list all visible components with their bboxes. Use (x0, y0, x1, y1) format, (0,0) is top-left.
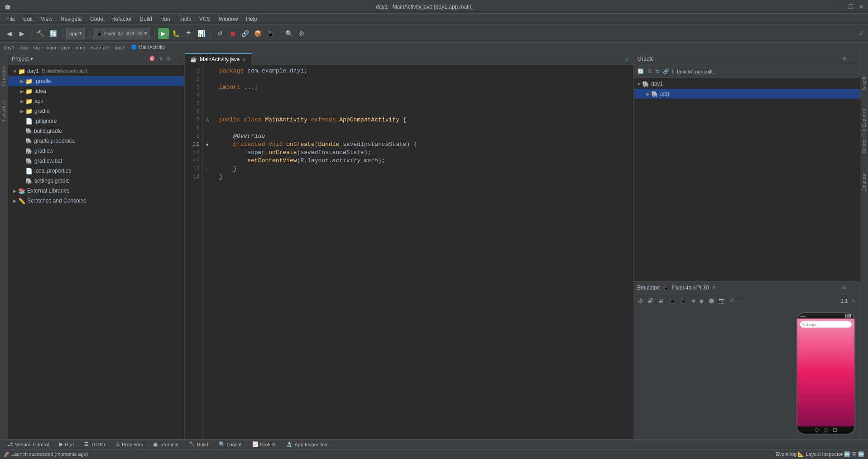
tree-buildgradle[interactable]: 🐘 build.gradle (8, 126, 184, 136)
menu-tools[interactable]: Tools (175, 15, 195, 23)
phone-frame[interactable]: ●●● ▐▐ ▊ 🔍 Google (796, 312, 855, 435)
stop-circle-icon[interactable]: ⏹ (698, 297, 705, 304)
build-btn[interactable]: 🔨 (35, 28, 46, 39)
tab-app-inspection[interactable]: 🔬 App Inspection (282, 440, 332, 449)
gradle-settings-icon[interactable]: ⚙ (841, 55, 848, 63)
emulator-close-tab[interactable]: ✕ (712, 285, 716, 290)
expand-arrow[interactable]: ▶ (12, 198, 18, 203)
tab-todo[interactable]: ☰ TODO (80, 440, 110, 449)
rotate-icon[interactable]: 📱 (668, 297, 676, 304)
gradle-refresh-icon[interactable]: 🔄 (637, 68, 645, 75)
stop-btn[interactable]: ⏹ (227, 28, 238, 39)
search-btn[interactable]: 🔍 (284, 28, 295, 39)
tree-external-libs[interactable]: ▶ 📚 External Libraries (8, 186, 184, 196)
tree-app-dir[interactable]: ▶ 📁 app (8, 96, 184, 106)
gradle-collapse-icon[interactable]: ⇆ (654, 68, 660, 75)
profile-btn[interactable]: 📊 (196, 28, 207, 39)
expand-arrow[interactable]: ▶ (19, 99, 25, 104)
avd-btn[interactable]: 📱 (265, 28, 276, 39)
minimize-btn[interactable]: — (838, 4, 843, 10)
tab-emulator[interactable]: Emulator (862, 172, 867, 192)
expand-arrow[interactable]: ▼ (12, 69, 18, 74)
tree-settings[interactable]: 🐘 settings.gradle (8, 176, 184, 186)
expand-arrow[interactable]: ▶ (12, 188, 18, 193)
back-nav-icon[interactable]: ◀ (690, 297, 695, 304)
phone-screen[interactable]: 🔍 Google (797, 319, 854, 426)
emulator-settings-icon[interactable]: ⚙ (841, 284, 848, 291)
tab-close-btn[interactable]: ✕ (242, 57, 246, 62)
bc-day1-sub[interactable]: day1 (115, 45, 125, 50)
tab-structure[interactable]: Structure (1, 66, 6, 87)
menu-vcs[interactable]: VCS (196, 15, 214, 23)
home-icon[interactable]: ⬤ (708, 297, 715, 304)
gradle-expand-icon[interactable]: ⇅ (647, 68, 652, 75)
gradle-link-icon[interactable]: 🔗 (662, 68, 670, 75)
code-editor[interactable]: 123456 7 8 9 10 11121314 A ● ▷ package (185, 65, 633, 439)
rotate-screen-icon[interactable]: ↺ (729, 297, 734, 304)
gradle-tree-day1[interactable]: ▼ 🐘 day1 (634, 79, 860, 89)
tab-profiler[interactable]: 📈 Profiler (248, 440, 281, 449)
menu-file[interactable]: File (3, 15, 19, 23)
tree-gradle-dir[interactable]: ▶ 📁 .gradle (8, 76, 184, 86)
app-config-dropdown[interactable]: app ▾ (66, 28, 85, 39)
back-btn[interactable]: ◀ (4, 28, 14, 39)
minimize-panel-icon[interactable]: — (174, 55, 181, 63)
settings-btn[interactable]: ⚙ (297, 28, 307, 39)
tab-version-control[interactable]: ⎇ Version Control (3, 440, 54, 449)
tree-localprops[interactable]: 📄 local.properties (8, 166, 184, 176)
menu-refactor[interactable]: Refactor (108, 15, 135, 23)
bc-src[interactable]: src (34, 45, 40, 50)
run-button[interactable]: ▶ (158, 28, 169, 39)
rerun-btn[interactable]: ↺ (215, 28, 225, 39)
menu-build[interactable]: Build (136, 15, 156, 23)
screenshot-icon[interactable]: 📷 (718, 297, 726, 304)
maximize-btn[interactable]: ❐ (849, 4, 854, 10)
menu-run[interactable]: Run (157, 15, 174, 23)
tab-build[interactable]: 🔨 Build (184, 440, 213, 449)
tab-run[interactable]: ▶ Run (55, 440, 79, 449)
menu-view[interactable]: View (37, 15, 56, 23)
menu-navigate[interactable]: Navigate (57, 15, 86, 23)
gradle-minimize-icon[interactable]: — (849, 55, 856, 63)
tab-problems[interactable]: ⚠ Problems (111, 440, 148, 449)
coverage-btn[interactable]: ☂ (183, 28, 194, 39)
tree-gradle-folder[interactable]: ▶ 📁 gradle (8, 106, 184, 116)
tab-terminal[interactable]: ▣ Terminal (149, 440, 183, 449)
menu-code[interactable]: Code (86, 15, 107, 23)
bc-com[interactable]: com (76, 45, 85, 50)
tree-scratches[interactable]: ▶ ✏️ Scratches and Consoles (8, 196, 184, 206)
bc-java[interactable]: java (61, 45, 70, 50)
tab-logcat[interactable]: 🔍 Logcat (214, 440, 247, 449)
bc-example[interactable]: example (91, 45, 110, 50)
debug-btn[interactable]: 🐛 (171, 28, 182, 39)
expand-arrow[interactable]: ▶ (19, 109, 25, 114)
expand-arrow[interactable]: ▶ (19, 79, 25, 84)
tree-gradlewbat[interactable]: 🐘 gradlew.bat (8, 156, 184, 166)
tree-gradleprops[interactable]: 🐘 gradle.properties (8, 136, 184, 146)
resize-icon[interactable]: ⤡ (850, 297, 856, 304)
tab-mainactivity[interactable]: ☕ MainActivity.java ✕ (185, 53, 252, 65)
fold-icon[interactable]: 📱 (679, 297, 687, 304)
sdk-btn[interactable]: 📦 (253, 28, 264, 39)
close-btn[interactable]: ✕ (859, 4, 863, 10)
tree-idea-dir[interactable]: ▶ 📁 .idea (8, 86, 184, 96)
menu-edit[interactable]: Edit (19, 15, 36, 23)
phone-home-btn[interactable] (824, 428, 828, 432)
filter-icon[interactable]: ⚙ (166, 55, 172, 63)
bc-day1[interactable]: day1 (4, 45, 14, 50)
volume-up-icon[interactable]: 🔊 (647, 297, 655, 304)
tree-gitignore[interactable]: 📄 .gitignore (8, 116, 184, 126)
locate-icon[interactable]: 🎯 (148, 55, 156, 63)
project-dropdown-arrow[interactable]: ▾ (30, 56, 33, 62)
menu-help[interactable]: Help (242, 15, 261, 23)
code-content[interactable]: package com.example.day1; import ...; pu… (212, 65, 633, 439)
phone-back-btn[interactable] (815, 428, 819, 432)
gradle-tree-app[interactable]: ▶ 🐘 app (634, 89, 860, 99)
expand-arrow[interactable]: ▶ (19, 89, 25, 94)
menu-window[interactable]: Window (215, 15, 242, 23)
tree-gradlew[interactable]: 🐘 gradlew (8, 146, 184, 156)
device-dropdown[interactable]: 📱 Pixel_4a_API_30 ▾ (93, 28, 150, 39)
tab-device-file-explorer[interactable]: Device File Explorer (862, 108, 867, 153)
tree-day1-root[interactable]: ▼ 📁 day1 D:\learnn\cover\day1 (8, 66, 184, 76)
tab-gradle[interactable]: Gradle (862, 75, 867, 90)
